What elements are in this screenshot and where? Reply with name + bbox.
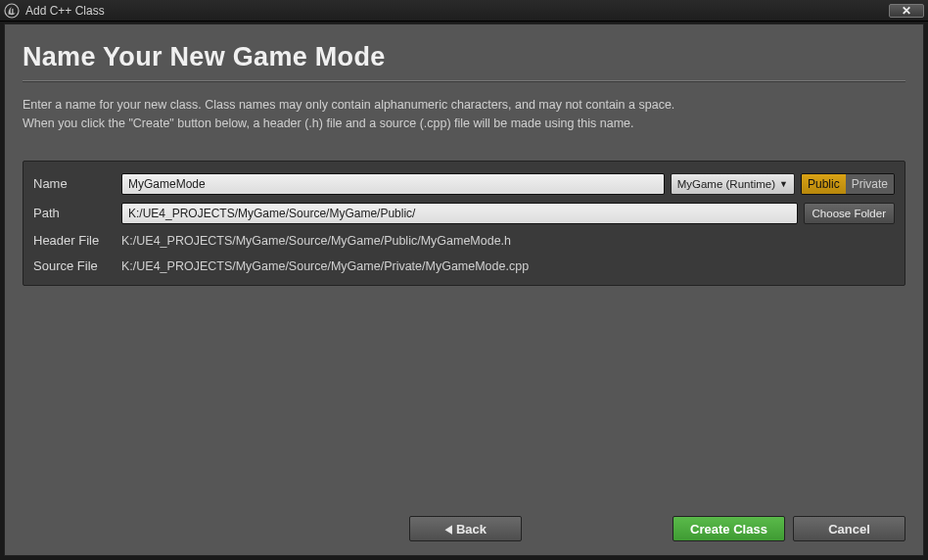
create-class-button[interactable]: Create Class bbox=[673, 516, 785, 541]
path-label: Path bbox=[33, 206, 121, 220]
path-row: Path Choose Folder bbox=[33, 203, 895, 224]
dialog-body: Name Your New Game Mode Enter a name for… bbox=[4, 23, 924, 556]
svg-point-0 bbox=[5, 4, 19, 18]
instruction-text-1: Enter a name for your new class. Class n… bbox=[23, 96, 905, 115]
visibility-private-button[interactable]: Private bbox=[846, 174, 894, 194]
header-file-label: Header File bbox=[33, 233, 121, 248]
source-file-row: Source File K:/UE4_PROJECTS/MyGame/Sourc… bbox=[33, 257, 895, 275]
visibility-public-button[interactable]: Public bbox=[802, 174, 846, 194]
dialog-frame: Name Your New Game Mode Enter a name for… bbox=[0, 22, 928, 560]
back-button-label: Back bbox=[456, 522, 487, 537]
close-icon: ✕ bbox=[902, 6, 911, 16]
module-dropdown[interactable]: MyGame (Runtime) ▼ bbox=[671, 173, 795, 195]
back-button[interactable]: ◀ Back bbox=[409, 516, 522, 541]
header-file-row: Header File K:/UE4_PROJECTS/MyGame/Sourc… bbox=[33, 232, 895, 250]
source-file-label: Source File bbox=[33, 258, 121, 273]
cancel-button[interactable]: Cancel bbox=[793, 516, 905, 541]
chevron-down-icon: ▼ bbox=[779, 179, 788, 189]
module-selected-label: MyGame (Runtime) bbox=[677, 178, 775, 190]
button-row: ◀ Back Create Class Cancel bbox=[23, 516, 905, 541]
header-file-value: K:/UE4_PROJECTS/MyGame/Source/MyGame/Pub… bbox=[121, 232, 895, 250]
divider bbox=[23, 80, 905, 82]
page-title: Name Your New Game Mode bbox=[23, 42, 905, 72]
name-label: Name bbox=[33, 176, 121, 191]
instructions: Enter a name for your new class. Class n… bbox=[23, 96, 905, 133]
cancel-button-label: Cancel bbox=[828, 522, 870, 537]
back-arrow-icon: ◀ bbox=[445, 523, 451, 536]
path-input[interactable] bbox=[121, 203, 798, 224]
form-panel: Name MyGame (Runtime) ▼ Public Private P… bbox=[23, 161, 905, 286]
window-title: Add C++ Class bbox=[25, 4, 889, 18]
spacer bbox=[23, 286, 905, 507]
choose-folder-button[interactable]: Choose Folder bbox=[804, 203, 895, 224]
visibility-toggle: Public Private bbox=[801, 173, 895, 195]
instruction-text-2: When you click the "Create" button below… bbox=[23, 115, 905, 133]
name-row: Name MyGame (Runtime) ▼ Public Private bbox=[33, 173, 895, 195]
source-file-value: K:/UE4_PROJECTS/MyGame/Source/MyGame/Pri… bbox=[121, 257, 895, 275]
unreal-logo-icon bbox=[4, 3, 20, 19]
title-bar: Add C++ Class ✕ bbox=[0, 0, 928, 22]
class-name-input[interactable] bbox=[121, 173, 665, 195]
close-button[interactable]: ✕ bbox=[889, 4, 924, 18]
create-button-label: Create Class bbox=[690, 522, 767, 537]
